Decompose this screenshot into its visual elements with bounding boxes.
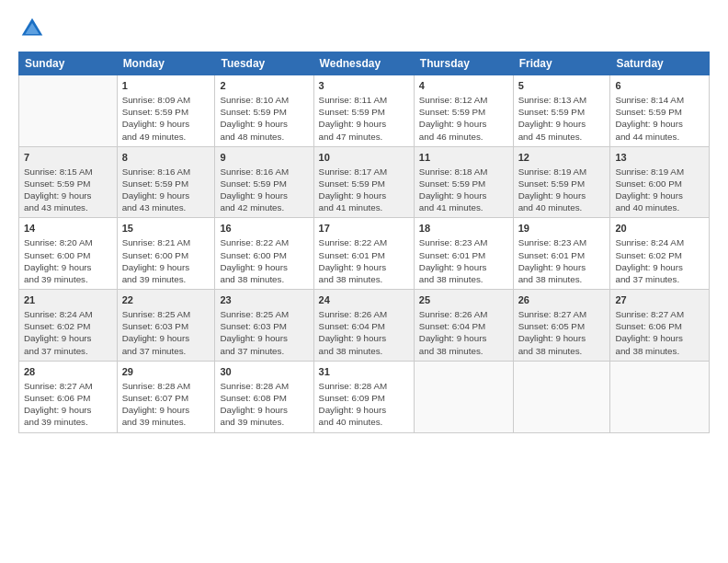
day-number: 22 <box>122 293 210 307</box>
day-number: 30 <box>220 365 308 379</box>
calendar: SundayMondayTuesdayWednesdayThursdayFrid… <box>18 52 710 433</box>
day-info: Sunrise: 8:23 AM Sunset: 6:01 PM Dayligh… <box>419 236 508 285</box>
day-number: 25 <box>419 293 508 307</box>
day-number: 5 <box>518 79 606 93</box>
week-row: 21Sunrise: 8:24 AM Sunset: 6:02 PM Dayli… <box>19 290 710 362</box>
calendar-cell: 23Sunrise: 8:25 AM Sunset: 6:03 PM Dayli… <box>215 290 313 362</box>
day-info: Sunrise: 8:26 AM Sunset: 6:04 PM Dayligh… <box>419 308 508 357</box>
calendar-cell: 8Sunrise: 8:16 AM Sunset: 5:59 PM Daylig… <box>117 146 215 218</box>
day-info: Sunrise: 8:09 AM Sunset: 5:59 PM Dayligh… <box>122 94 210 143</box>
day-number: 19 <box>518 222 606 236</box>
header-day: Thursday <box>414 52 513 75</box>
day-number: 31 <box>319 365 409 379</box>
day-info: Sunrise: 8:19 AM Sunset: 5:59 PM Dayligh… <box>518 166 606 214</box>
header-day: Friday <box>513 52 610 75</box>
day-number: 29 <box>122 365 210 379</box>
calendar-cell: 3Sunrise: 8:11 AM Sunset: 5:59 PM Daylig… <box>313 75 414 147</box>
day-info: Sunrise: 8:25 AM Sunset: 6:03 PM Dayligh… <box>122 308 210 357</box>
calendar-cell: 17Sunrise: 8:22 AM Sunset: 6:01 PM Dayli… <box>313 218 414 290</box>
day-info: Sunrise: 8:22 AM Sunset: 6:00 PM Dayligh… <box>220 236 308 285</box>
day-number: 2 <box>220 79 308 93</box>
day-info: Sunrise: 8:24 AM Sunset: 6:02 PM Dayligh… <box>615 236 704 285</box>
day-number: 4 <box>419 79 508 93</box>
day-info: Sunrise: 8:28 AM Sunset: 6:07 PM Dayligh… <box>122 380 210 429</box>
calendar-cell: 28Sunrise: 8:27 AM Sunset: 6:06 PM Dayli… <box>19 361 118 432</box>
day-number: 13 <box>615 151 704 165</box>
day-info: Sunrise: 8:17 AM Sunset: 5:59 PM Dayligh… <box>319 166 409 214</box>
day-info: Sunrise: 8:19 AM Sunset: 6:00 PM Dayligh… <box>615 166 704 214</box>
calendar-cell: 16Sunrise: 8:22 AM Sunset: 6:00 PM Dayli… <box>215 218 313 290</box>
day-info: Sunrise: 8:22 AM Sunset: 6:01 PM Dayligh… <box>319 236 409 285</box>
calendar-cell: 10Sunrise: 8:17 AM Sunset: 5:59 PM Dayli… <box>313 146 414 218</box>
calendar-cell <box>513 361 610 432</box>
calendar-cell: 22Sunrise: 8:25 AM Sunset: 6:03 PM Dayli… <box>117 290 215 362</box>
day-info: Sunrise: 8:26 AM Sunset: 6:04 PM Dayligh… <box>319 308 409 357</box>
calendar-cell: 26Sunrise: 8:27 AM Sunset: 6:05 PM Dayli… <box>513 290 610 362</box>
day-info: Sunrise: 8:12 AM Sunset: 5:59 PM Dayligh… <box>419 94 508 143</box>
calendar-cell: 15Sunrise: 8:21 AM Sunset: 6:00 PM Dayli… <box>117 218 215 290</box>
day-number: 16 <box>220 222 308 236</box>
day-info: Sunrise: 8:20 AM Sunset: 6:00 PM Dayligh… <box>24 236 112 285</box>
calendar-cell: 7Sunrise: 8:15 AM Sunset: 5:59 PM Daylig… <box>19 146 118 218</box>
calendar-cell: 29Sunrise: 8:28 AM Sunset: 6:07 PM Dayli… <box>117 361 215 432</box>
logo <box>18 15 50 42</box>
day-number: 1 <box>122 79 210 93</box>
day-number: 20 <box>615 222 704 236</box>
header-day: Sunday <box>19 52 118 75</box>
day-info: Sunrise: 8:27 AM Sunset: 6:06 PM Dayligh… <box>615 308 704 357</box>
calendar-cell: 25Sunrise: 8:26 AM Sunset: 6:04 PM Dayli… <box>414 290 513 362</box>
week-row: 28Sunrise: 8:27 AM Sunset: 6:06 PM Dayli… <box>19 361 710 432</box>
day-number: 27 <box>615 293 704 307</box>
calendar-cell <box>610 361 710 432</box>
header <box>18 15 710 42</box>
day-number: 18 <box>419 222 508 236</box>
day-info: Sunrise: 8:21 AM Sunset: 6:00 PM Dayligh… <box>122 236 210 285</box>
header-day: Monday <box>117 52 215 75</box>
header-day: Tuesday <box>215 52 313 75</box>
header-day: Saturday <box>610 52 710 75</box>
day-info: Sunrise: 8:24 AM Sunset: 6:02 PM Dayligh… <box>24 308 112 357</box>
calendar-cell: 21Sunrise: 8:24 AM Sunset: 6:02 PM Dayli… <box>19 290 118 362</box>
day-number: 7 <box>24 151 112 165</box>
day-info: Sunrise: 8:27 AM Sunset: 6:06 PM Dayligh… <box>24 380 112 429</box>
day-info: Sunrise: 8:16 AM Sunset: 5:59 PM Dayligh… <box>220 166 308 214</box>
day-number: 3 <box>319 79 409 93</box>
day-number: 26 <box>518 293 606 307</box>
week-row: 1Sunrise: 8:09 AM Sunset: 5:59 PM Daylig… <box>19 75 710 147</box>
day-info: Sunrise: 8:15 AM Sunset: 5:59 PM Dayligh… <box>24 166 112 214</box>
day-info: Sunrise: 8:10 AM Sunset: 5:59 PM Dayligh… <box>220 94 308 143</box>
day-number: 28 <box>24 365 112 379</box>
calendar-cell: 1Sunrise: 8:09 AM Sunset: 5:59 PM Daylig… <box>117 75 215 147</box>
day-number: 23 <box>220 293 308 307</box>
calendar-cell: 9Sunrise: 8:16 AM Sunset: 5:59 PM Daylig… <box>215 146 313 218</box>
day-number: 12 <box>518 151 606 165</box>
day-number: 17 <box>319 222 409 236</box>
day-number: 8 <box>122 151 210 165</box>
day-info: Sunrise: 8:27 AM Sunset: 6:05 PM Dayligh… <box>518 308 606 357</box>
day-number: 24 <box>319 293 409 307</box>
calendar-cell: 11Sunrise: 8:18 AM Sunset: 5:59 PM Dayli… <box>414 146 513 218</box>
week-row: 14Sunrise: 8:20 AM Sunset: 6:00 PM Dayli… <box>19 218 710 290</box>
logo-icon <box>18 15 46 42</box>
calendar-cell <box>414 361 513 432</box>
calendar-cell: 27Sunrise: 8:27 AM Sunset: 6:06 PM Dayli… <box>610 290 710 362</box>
calendar-cell: 2Sunrise: 8:10 AM Sunset: 5:59 PM Daylig… <box>215 75 313 147</box>
calendar-cell: 30Sunrise: 8:28 AM Sunset: 6:08 PM Dayli… <box>215 361 313 432</box>
day-number: 6 <box>615 79 704 93</box>
day-info: Sunrise: 8:28 AM Sunset: 6:08 PM Dayligh… <box>220 380 308 429</box>
day-number: 10 <box>319 151 409 165</box>
calendar-cell: 6Sunrise: 8:14 AM Sunset: 5:59 PM Daylig… <box>610 75 710 147</box>
day-number: 14 <box>24 222 112 236</box>
calendar-cell: 19Sunrise: 8:23 AM Sunset: 6:01 PM Dayli… <box>513 218 610 290</box>
page: SundayMondayTuesdayWednesdayThursdayFrid… <box>0 0 728 563</box>
day-number: 15 <box>122 222 210 236</box>
day-info: Sunrise: 8:23 AM Sunset: 6:01 PM Dayligh… <box>518 236 606 285</box>
header-row: SundayMondayTuesdayWednesdayThursdayFrid… <box>19 52 710 75</box>
day-info: Sunrise: 8:14 AM Sunset: 5:59 PM Dayligh… <box>615 94 704 143</box>
calendar-cell: 4Sunrise: 8:12 AM Sunset: 5:59 PM Daylig… <box>414 75 513 147</box>
day-info: Sunrise: 8:25 AM Sunset: 6:03 PM Dayligh… <box>220 308 308 357</box>
calendar-cell: 5Sunrise: 8:13 AM Sunset: 5:59 PM Daylig… <box>513 75 610 147</box>
week-row: 7Sunrise: 8:15 AM Sunset: 5:59 PM Daylig… <box>19 146 710 218</box>
calendar-cell: 14Sunrise: 8:20 AM Sunset: 6:00 PM Dayli… <box>19 218 118 290</box>
day-info: Sunrise: 8:13 AM Sunset: 5:59 PM Dayligh… <box>518 94 606 143</box>
